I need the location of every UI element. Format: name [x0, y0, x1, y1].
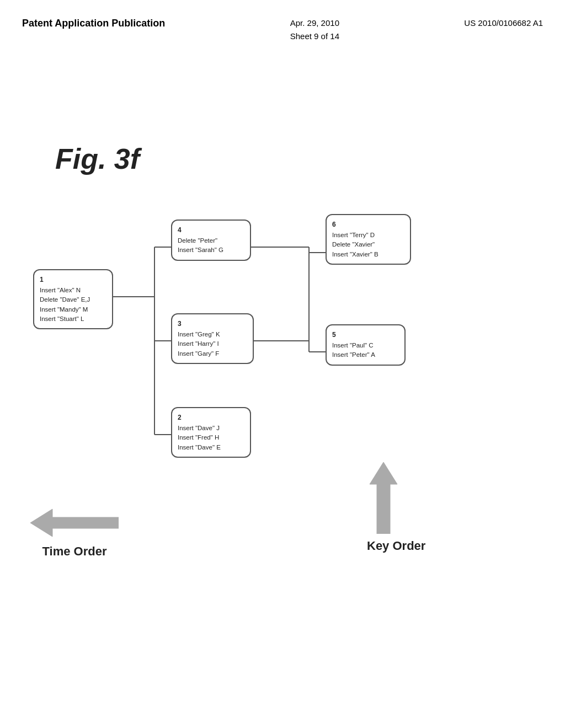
node-2-line2: Insert "Fred" H	[178, 433, 244, 442]
node-6-num: 6	[332, 220, 404, 229]
time-order-container: Time Order	[30, 506, 119, 560]
node-6: 6 Insert "Terry" D Delete "Xavier" Inser…	[326, 214, 411, 265]
publication-number: US 2010/0106682 A1	[464, 17, 543, 30]
node-6-line2: Delete "Xavier"	[332, 240, 404, 249]
page-header: Patent Application Publication Apr. 29, …	[0, 0, 565, 43]
node-2-line3: Insert "Dave" E	[178, 443, 244, 452]
key-order-label: Key Order	[367, 538, 425, 554]
node-1-num: 1	[40, 275, 106, 285]
node-4: 4 Delete "Peter" Insert "Sarah" G	[171, 220, 251, 261]
diagram-area: Fig. 3f 1 Insert "Alex" N Delete "Dave" …	[0, 54, 565, 705]
node-1-line4: Insert "Stuart" L	[40, 314, 106, 324]
node-6-line1: Insert "Terry" D	[332, 231, 404, 240]
node-5: 5 Insert "Paul" C Insert "Peter" A	[326, 324, 406, 366]
node-2-num: 2	[178, 413, 244, 422]
node-4-num: 4	[178, 225, 244, 235]
node-3-line3: Insert "Gary" F	[178, 349, 247, 358]
key-order-arrow-svg	[367, 462, 400, 534]
svg-marker-10	[30, 509, 119, 537]
node-2: 2 Insert "Dave" J Insert "Fred" H Insert…	[171, 407, 251, 458]
node-2-line1: Insert "Dave" J	[178, 424, 244, 433]
figure-label: Fig. 3f	[55, 142, 140, 175]
time-order-arrow-svg	[30, 506, 119, 539]
node-6-line3: Insert "Xavier" B	[332, 250, 404, 259]
node-1-line2: Delete "Dave" E,J	[40, 295, 106, 304]
publication-date-sheet: Apr. 29, 2010 Sheet 9 of 14	[290, 17, 339, 43]
node-4-line2: Insert "Sarah" G	[178, 245, 244, 255]
node-1-line1: Insert "Alex" N	[40, 286, 106, 295]
node-3-line2: Insert "Harry" I	[178, 339, 247, 349]
publication-title: Patent Application Publication	[22, 17, 165, 30]
node-3: 3 Insert "Greg" K Insert "Harry" I Inser…	[171, 313, 254, 364]
sheet-info: Sheet 9 of 14	[290, 31, 339, 41]
node-5-line2: Insert "Peter" A	[332, 350, 399, 360]
key-order-container: Key Order	[367, 462, 425, 554]
node-5-line1: Insert "Paul" C	[332, 341, 399, 350]
node-5-num: 5	[332, 330, 399, 340]
node-4-line1: Delete "Peter"	[178, 236, 244, 245]
node-1: 1 Insert "Alex" N Delete "Dave" E,J Inse…	[33, 269, 113, 329]
time-order-label: Time Order	[30, 544, 119, 560]
pub-date: Apr. 29, 2010	[290, 18, 339, 28]
svg-marker-11	[370, 462, 397, 534]
node-3-line1: Insert "Greg" K	[178, 330, 247, 339]
node-1-line3: Insert "Mandy" M	[40, 305, 106, 314]
node-3-num: 3	[178, 319, 247, 329]
